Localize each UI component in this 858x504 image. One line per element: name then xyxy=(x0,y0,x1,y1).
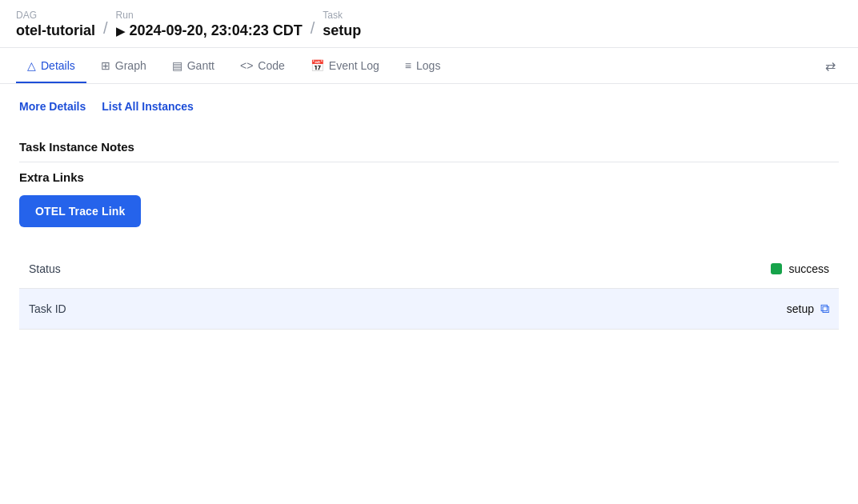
tab-logs-label: Logs xyxy=(416,59,440,72)
tabs-bar: △ Details ⊞ Graph ▤ Gantt <> Code 📅 Even… xyxy=(0,48,858,84)
status-text: success xyxy=(788,262,829,275)
code-icon: <> xyxy=(240,59,253,72)
extra-links-title: Extra Links xyxy=(19,170,839,184)
task-instance-notes-title: Task Instance Notes xyxy=(19,132,839,162)
status-dot xyxy=(771,263,782,274)
tab-logs[interactable]: ≡ Logs xyxy=(394,48,452,83)
logs-icon: ≡ xyxy=(405,59,411,72)
breadcrumb-bar: DAG otel-tutorial / Run ▶ 2024-09-20, 23… xyxy=(0,0,858,48)
tab-graph-label: Graph xyxy=(115,59,146,72)
sub-links: More Details List All Instances xyxy=(19,100,839,113)
tab-code-label: Code xyxy=(258,59,284,72)
breadcrumb-divider-1: / xyxy=(103,19,108,39)
dag-value: otel-tutorial xyxy=(16,22,95,39)
event-log-icon: 📅 xyxy=(311,59,324,72)
run-label: Run xyxy=(116,10,303,21)
graph-icon: ⊞ xyxy=(101,59,110,72)
run-section: Run ▶ 2024-09-20, 23:04:23 CDT xyxy=(116,10,303,39)
tab-graph[interactable]: ⊞ Graph xyxy=(90,48,158,83)
dag-section: DAG otel-tutorial xyxy=(16,10,95,39)
status-label: Status xyxy=(19,250,366,289)
tab-details[interactable]: △ Details xyxy=(16,48,86,83)
list-all-instances-link[interactable]: List All Instances xyxy=(102,100,194,113)
extra-links-section: Extra Links OTEL Trace Link xyxy=(19,170,839,227)
tab-event-log-label: Event Log xyxy=(329,59,379,72)
otel-trace-link-button[interactable]: OTEL Trace Link xyxy=(19,195,141,227)
more-details-link[interactable]: More Details xyxy=(19,100,86,113)
tab-gantt-label: Gantt xyxy=(187,59,214,72)
task-id-row: Task ID setup ⧉ xyxy=(19,289,839,330)
task-section: Task setup xyxy=(323,10,361,39)
run-play-icon: ▶ xyxy=(116,25,125,38)
main-content: More Details List All Instances Task Ins… xyxy=(0,84,858,346)
tabs-overflow-button[interactable]: ⇄ xyxy=(819,50,842,82)
task-value: setup xyxy=(323,22,361,39)
run-value: ▶ 2024-09-20, 23:04:23 CDT xyxy=(116,22,303,39)
tab-gantt[interactable]: ▤ Gantt xyxy=(161,48,226,83)
status-row: Status success xyxy=(19,250,839,289)
breadcrumb-divider-2: / xyxy=(311,19,315,39)
tab-code[interactable]: <> Code xyxy=(229,48,296,83)
gantt-icon: ▤ xyxy=(172,59,182,72)
status-table: Status success Task ID setup ⧉ xyxy=(19,250,839,330)
tab-details-label: Details xyxy=(41,59,75,72)
details-icon: △ xyxy=(27,59,36,72)
task-id-value-cell: setup ⧉ xyxy=(366,289,839,329)
task-id-label: Task ID xyxy=(19,289,366,330)
status-value-cell: success xyxy=(366,250,839,288)
task-label: Task xyxy=(323,10,361,21)
task-id-text: setup xyxy=(787,302,814,315)
dag-label: DAG xyxy=(16,10,95,21)
breadcrumb: DAG otel-tutorial / Run ▶ 2024-09-20, 23… xyxy=(16,10,842,39)
tab-event-log[interactable]: 📅 Event Log xyxy=(299,48,391,83)
copy-icon[interactable]: ⧉ xyxy=(820,302,829,316)
